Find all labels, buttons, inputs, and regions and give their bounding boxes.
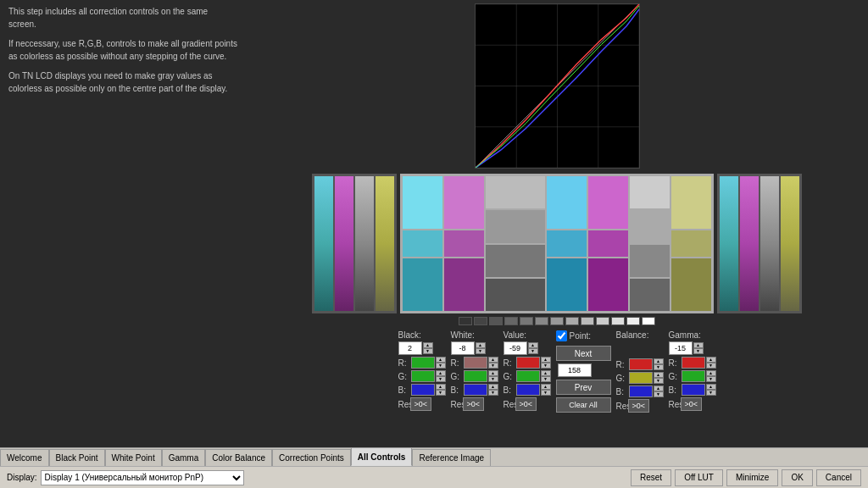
white-reset-btn[interactable]: >0< [463, 397, 485, 411]
display-label: Display: [7, 473, 37, 482]
tab-white-point[interactable]: White Point [105, 449, 162, 466]
tab-correction-points[interactable]: Correction Points [272, 449, 351, 466]
black-g-up[interactable]: ▲ [436, 370, 446, 376]
gamma-reset-btn[interactable]: >0< [681, 397, 703, 411]
black-reset-btn[interactable]: >0< [410, 397, 432, 411]
gamma-r-swatch [682, 357, 705, 369]
value-reset-btn[interactable]: >0< [515, 397, 537, 411]
black-control-group: Black: ▲ ▼ R: ▲ ▼ [398, 330, 446, 411]
gamma-chart-svg [476, 4, 639, 168]
white-b-swatch [464, 384, 487, 396]
black-r-label: R: [398, 358, 410, 368]
black-b-row: B: ▲ ▼ [398, 384, 446, 396]
balance-r-swatch [629, 358, 653, 370]
right-preview [717, 174, 802, 313]
black-spinner[interactable]: ▲ ▼ [423, 342, 433, 354]
value-input[interactable] [504, 341, 527, 355]
black-r-up[interactable]: ▲ [436, 357, 446, 363]
gamma-b-swatch [682, 384, 705, 396]
main-color-chart [400, 174, 714, 313]
black-b-spinner[interactable]: ▲ ▼ [436, 384, 446, 396]
balance-g-swatch [629, 372, 653, 384]
tab-gamma[interactable]: Gamma [162, 449, 206, 466]
instruction-p1: This step includes all correction contro… [8, 5, 237, 30]
gamma-g-swatch [682, 370, 705, 382]
black-down[interactable]: ▼ [423, 348, 433, 354]
gradient-dots-row [459, 317, 655, 325]
black-g-row: G: ▲ ▼ [398, 370, 446, 382]
instruction-p3: On TN LCD displays you need to make gray… [8, 69, 237, 95]
cancel-btn[interactable]: Cancel [816, 469, 861, 486]
black-r-swatch [411, 357, 435, 369]
gamma-chart [475, 3, 640, 169]
bottom-bar: Display: Display 1 (Универсальный монито… [0, 466, 868, 488]
black-b-label: B: [398, 385, 410, 395]
black-g-swatch [411, 370, 435, 382]
value-r-swatch [516, 357, 540, 369]
left-preview [312, 174, 397, 313]
white-label: White: [451, 330, 498, 340]
black-reset-row: Reset: >0< [398, 397, 446, 411]
black-b-down[interactable]: ▼ [436, 390, 446, 396]
preview-strips-row [312, 174, 802, 313]
all-controls-area: Black: ▲ ▼ R: ▲ ▼ [395, 330, 720, 413]
tab-color-balance[interactable]: Color Balance [205, 449, 272, 466]
display-select[interactable]: Display 1 (Универсальный монитор PnP) [41, 470, 244, 485]
black-r-row: R: ▲ ▼ [398, 357, 446, 369]
black-value-row: ▲ ▼ [398, 341, 446, 355]
white-control-group: White: ▲ ▼ R: ▲▼ G: [451, 330, 498, 411]
balance-b-swatch [629, 385, 653, 397]
value-b-swatch [516, 384, 540, 396]
gamma-input[interactable] [669, 341, 693, 355]
value-label: Value: [504, 330, 551, 340]
black-up[interactable]: ▲ [423, 342, 433, 348]
black-input[interactable] [398, 341, 422, 355]
black-g-label: G: [398, 372, 410, 381]
tab-welcome[interactable]: Welcome [0, 449, 49, 466]
clear-all-btn[interactable]: Clear All [556, 397, 611, 413]
black-r-down[interactable]: ▼ [436, 363, 446, 369]
value-control-group: Value: ▲▼ R: ▲▼ G: ▲▼ [504, 330, 551, 411]
balance-label: Balance: [616, 330, 664, 340]
white-r-swatch [464, 357, 487, 369]
black-label: Black: [398, 330, 446, 340]
ok-btn[interactable]: OK [782, 469, 812, 486]
gamma-label: Gamma: [669, 330, 716, 340]
balance-control-group: Balance: R: ▲▼ G: ▲▼ B: [616, 330, 664, 413]
black-r-spinner[interactable]: ▲ ▼ [436, 357, 446, 369]
point-label: Point: [570, 331, 592, 341]
prev-btn[interactable]: Prev [556, 380, 611, 395]
point-checkbox-row: Point: [556, 330, 611, 341]
point-checkbox[interactable] [556, 330, 567, 341]
white-g-swatch [464, 370, 487, 382]
next-value-input[interactable] [558, 363, 592, 377]
value-g-swatch [516, 370, 540, 382]
white-spinner[interactable]: ▲ ▼ [476, 342, 486, 354]
point-control-group: Point: Next Prev Clear All [556, 330, 611, 413]
instruction-p2: If neccessary, use R,G,B, controls to ma… [8, 37, 237, 63]
tab-all-controls[interactable]: All Controls [351, 447, 413, 466]
tabs-bar: Welcome Black Point White Point Gamma Co… [0, 447, 868, 466]
gamma-control-group: Gamma: ▲▼ R: ▲▼ G: ▲▼ [669, 330, 716, 411]
balance-reset-btn[interactable]: >0< [628, 399, 650, 413]
black-g-down[interactable]: ▼ [436, 376, 446, 382]
tab-reference-image[interactable]: Reference Image [412, 449, 491, 466]
white-input[interactable] [451, 341, 475, 355]
minimize-btn[interactable]: Minimize [726, 469, 778, 486]
black-g-spinner[interactable]: ▲ ▼ [436, 370, 446, 382]
black-b-up[interactable]: ▲ [436, 384, 446, 390]
tab-black-point[interactable]: Black Point [49, 449, 105, 466]
off-lut-btn[interactable]: Off LUT [675, 469, 723, 486]
reset-btn[interactable]: Reset [631, 469, 671, 486]
next-btn[interactable]: Next [556, 346, 611, 361]
black-b-swatch [411, 384, 435, 396]
left-instructions: This step includes all correction contro… [0, 0, 246, 447]
